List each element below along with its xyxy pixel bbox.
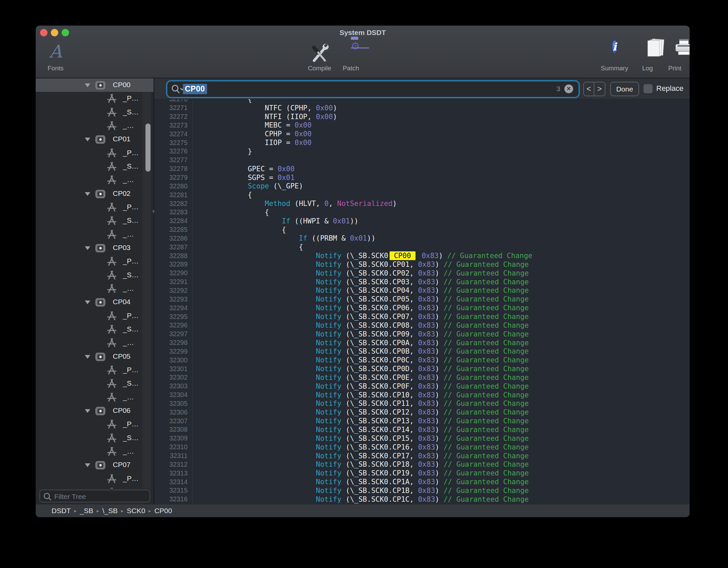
line-number: 32292 — [154, 287, 190, 294]
source-text: Notify (\_SB.SCK0CP00 0x83) // Guarantee… — [190, 252, 532, 260]
tree-item[interactable]: _P… — [36, 309, 154, 323]
tree-item[interactable]: _… — [36, 445, 154, 458]
method-icon — [106, 324, 118, 336]
tree-item[interactable]: _P… — [36, 418, 154, 431]
tree-item[interactable]: _… — [36, 228, 154, 241]
tree-item[interactable]: _S… — [36, 106, 154, 119]
sidebar-scrollbar-thumb[interactable] — [145, 123, 151, 172]
tree-item-label: _P… — [123, 312, 139, 320]
tree-group-cp03[interactable]: CP03 — [36, 241, 154, 255]
line-number: 32316 — [154, 495, 190, 503]
search-input[interactable]: CP00 3 ✕ — [167, 81, 578, 97]
source-text: { — [190, 191, 252, 199]
breadcrumb-separator-icon: ▸ — [121, 508, 123, 513]
tree-group-cp01[interactable]: CP01 — [36, 133, 154, 146]
clear-search-icon[interactable]: ✕ — [564, 84, 573, 93]
print-button[interactable]: Print — [662, 39, 687, 75]
source-text: Notify (\_SB.SCK0.CP0D, 0x83) // Guarant… — [190, 365, 529, 373]
source-text: Notify (\_SB.SCK0.CP18, 0x83) // Guarant… — [190, 460, 529, 468]
tree-item[interactable]: _… — [36, 282, 154, 295]
tree-group-cp06[interactable]: CP06 — [36, 404, 154, 418]
tree-item[interactable]: _S… — [36, 214, 154, 227]
tree-item-label: _P… — [123, 474, 139, 483]
tree-group-label: CP03 — [113, 244, 131, 252]
disclosure-triangle-icon[interactable] — [85, 355, 90, 359]
breadcrumb-item-_sb[interactable]: _SB — [80, 507, 93, 515]
tree-item[interactable]: _P… — [36, 255, 154, 268]
log-button[interactable]: Log — [636, 39, 659, 75]
tree-item[interactable]: _S… — [36, 269, 154, 282]
tree-item[interactable]: _P… — [36, 201, 154, 214]
disclosure-triangle-icon[interactable] — [85, 138, 90, 141]
code-editor[interactable]: 32270 {32271 NTFC (CPHP, 0x00)32272 NTFI… — [154, 99, 690, 504]
tree-item[interactable]: _P… — [36, 92, 154, 105]
line-number: 32305 — [154, 400, 190, 407]
line-number: 32295 — [154, 313, 190, 321]
compile-button[interactable]: Compile — [301, 39, 338, 75]
tree-group-cp05[interactable]: CP05 — [36, 350, 154, 363]
tree-item[interactable]: _S… — [36, 160, 154, 173]
done-button[interactable]: Done — [610, 82, 639, 96]
find-next-button[interactable]: > — [594, 82, 605, 96]
patch-icon: ⚙ — [334, 39, 368, 65]
breadcrumb-item-sck0[interactable]: SCK0 — [127, 507, 145, 515]
code-line: 32274 CPHP = 0x00 — [154, 130, 690, 138]
tree-item[interactable]: _P… — [36, 146, 154, 160]
line-number: 32293 — [154, 295, 190, 303]
source-text: { — [190, 99, 252, 103]
method-icon — [106, 392, 118, 404]
method-icon — [106, 433, 118, 445]
line-number: 32291 — [154, 278, 190, 286]
tree-item[interactable]: _… — [36, 391, 154, 404]
source-text: { — [190, 243, 303, 251]
disclosure-triangle-icon[interactable] — [85, 409, 90, 413]
tree-group-cp07[interactable]: CP07 — [36, 458, 154, 472]
tree-item[interactable]: _… — [36, 119, 154, 133]
disclosure-triangle-icon[interactable] — [85, 463, 90, 467]
find-previous-button[interactable]: < — [584, 82, 594, 96]
disclosure-triangle-icon[interactable] — [85, 192, 90, 196]
source-text: MEBC = 0x00 — [190, 121, 311, 129]
tree-item-label: _… — [123, 121, 134, 130]
breadcrumb-item-cp00[interactable]: CP00 — [154, 507, 172, 515]
source-text: Notify (\_SB.SCK0.CP14, 0x83) // Guarant… — [190, 426, 529, 434]
tree-item[interactable]: _… — [36, 173, 154, 187]
method-icon — [106, 148, 118, 160]
disclosure-triangle-icon[interactable] — [85, 300, 90, 304]
method-icon — [106, 229, 118, 242]
tree-group-label: CP04 — [113, 298, 131, 306]
tree-item[interactable]: _S… — [36, 377, 154, 390]
tree-item-label: _… — [123, 447, 134, 455]
fonts-button[interactable]: A Fonts — [40, 39, 71, 75]
breadcrumb-item-dsdt[interactable]: DSDT — [52, 507, 71, 515]
tree-item[interactable]: _S… — [36, 431, 154, 445]
code-line: 32309 Notify (\_SB.SCK0.CP15, 0x83) // G… — [154, 434, 690, 443]
patch-button[interactable]: ⚙ Patch — [334, 39, 368, 75]
tree-group-cp04[interactable]: CP04 — [36, 295, 154, 309]
method-icon — [106, 338, 118, 350]
source-text: CPHP = 0x00 — [190, 130, 311, 138]
disclosure-triangle-icon[interactable] — [85, 83, 90, 87]
tree-item[interactable]: _… — [36, 336, 154, 350]
replace-checkbox[interactable] — [643, 84, 653, 93]
summary-button[interactable]: i Summary — [596, 39, 633, 75]
code-line: 32307 Notify (\_SB.SCK0.CP13, 0x83) // G… — [154, 417, 690, 425]
tree-item-label: _P… — [123, 94, 139, 102]
line-number: 32299 — [154, 348, 190, 355]
code-line: 32299 Notify (\_SB.SCK0.CP0B, 0x83) // G… — [154, 347, 690, 356]
filter-tree-input[interactable]: Filter Tree — [39, 490, 150, 502]
tree-item[interactable]: _P… — [36, 363, 154, 377]
tree-item[interactable]: _S… — [36, 323, 154, 336]
breadcrumb: DSDT▸_SB▸\_SB▸SCK0▸CP00 — [52, 507, 172, 515]
code-line: 32287 { — [154, 243, 690, 251]
tree-group-cp02[interactable]: CP02 — [36, 187, 154, 201]
source-text: Notify (\_SB.SCK0.CP0E, 0x83) // Guarant… — [190, 374, 529, 382]
line-number: 32270 — [154, 99, 190, 103]
line-number: 32281 — [154, 191, 190, 199]
tree-item[interactable]: _P… — [36, 472, 154, 486]
breadcrumb-item-_sb[interactable]: \_SB — [102, 507, 118, 515]
disclosure-triangle-icon[interactable] — [85, 246, 90, 250]
line-number: 32294 — [154, 304, 190, 312]
tree-group-cp00[interactable]: CP00 — [36, 78, 154, 92]
fonts-icon: A — [40, 39, 71, 65]
